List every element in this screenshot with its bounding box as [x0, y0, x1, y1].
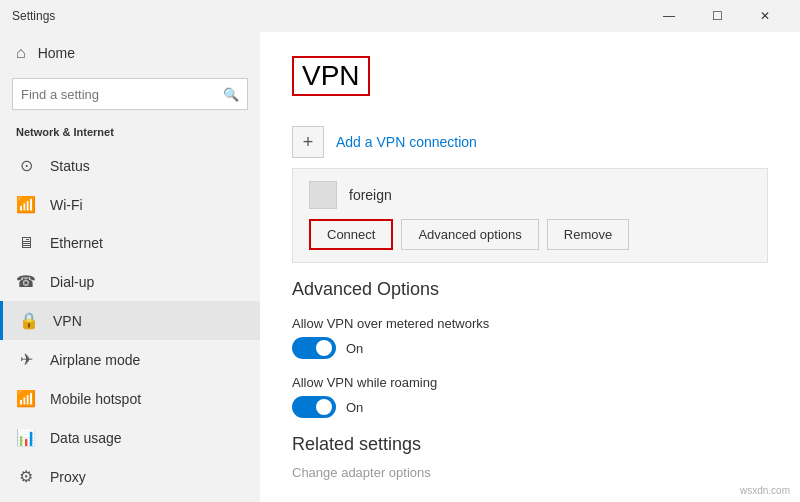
status-icon: ⊙: [16, 156, 36, 175]
sidebar-item-proxy[interactable]: ⚙ Proxy: [0, 457, 260, 496]
sidebar-proxy-label: Proxy: [50, 469, 86, 485]
sidebar-hotspot-label: Mobile hotspot: [50, 391, 141, 407]
minimize-button[interactable]: —: [646, 0, 692, 32]
sidebar-item-hotspot[interactable]: 📶 Mobile hotspot: [0, 379, 260, 418]
option-metered: Allow VPN over metered networks On: [292, 316, 768, 359]
advanced-options-title: Advanced Options: [292, 279, 768, 300]
sidebar-item-wifi[interactable]: 📶 Wi-Fi: [0, 185, 260, 224]
vpn-connection-name: foreign: [349, 187, 392, 203]
airplane-icon: ✈: [16, 350, 36, 369]
sidebar-item-status[interactable]: ⊙ Status: [0, 146, 260, 185]
sidebar-dialup-label: Dial-up: [50, 274, 94, 290]
option-roaming-label: Allow VPN while roaming: [292, 375, 768, 390]
sidebar-item-home[interactable]: ⌂ Home: [0, 32, 260, 74]
close-button[interactable]: ✕: [742, 0, 788, 32]
option-roaming: Allow VPN while roaming On: [292, 375, 768, 418]
sidebar-wifi-label: Wi-Fi: [50, 197, 83, 213]
search-box[interactable]: 🔍: [12, 78, 248, 110]
titlebar: Settings — ☐ ✕: [0, 0, 800, 32]
proxy-icon: ⚙: [16, 467, 36, 486]
sidebar-status-label: Status: [50, 158, 90, 174]
ethernet-icon: 🖥: [16, 234, 36, 252]
home-label: Home: [38, 45, 75, 61]
add-vpn-button[interactable]: + Add a VPN connection: [292, 116, 768, 168]
vpn-icon: 🔒: [19, 311, 39, 330]
app-title: Settings: [12, 9, 55, 23]
advanced-options-button[interactable]: Advanced options: [401, 219, 538, 250]
toggle-roaming[interactable]: [292, 396, 336, 418]
related-settings-title: Related settings: [292, 434, 768, 455]
toggle-metered-row: On: [292, 337, 768, 359]
vpn-card-buttons: Connect Advanced options Remove: [309, 219, 751, 250]
toggle-metered[interactable]: [292, 337, 336, 359]
sidebar-item-data[interactable]: 📊 Data usage: [0, 418, 260, 457]
change-adapter-link: Change adapter options: [292, 465, 768, 480]
page-title: VPN: [292, 56, 370, 96]
hotspot-icon: 📶: [16, 389, 36, 408]
sidebar-item-dialup[interactable]: ☎ Dial-up: [0, 262, 260, 301]
sidebar-item-airplane[interactable]: ✈ Airplane mode: [0, 340, 260, 379]
sidebar-data-label: Data usage: [50, 430, 122, 446]
app-body: ⌂ Home 🔍 Network & Internet ⊙ Status 📶 W…: [0, 32, 800, 502]
window-controls: — ☐ ✕: [646, 0, 788, 32]
data-icon: 📊: [16, 428, 36, 447]
sidebar-ethernet-label: Ethernet: [50, 235, 103, 251]
content-area: VPN + Add a VPN connection foreign Conne…: [260, 32, 800, 502]
home-icon: ⌂: [16, 44, 26, 62]
sidebar-item-ethernet[interactable]: 🖥 Ethernet: [0, 224, 260, 262]
maximize-button[interactable]: ☐: [694, 0, 740, 32]
add-vpn-label: Add a VPN connection: [336, 134, 477, 150]
sidebar-vpn-label: VPN: [53, 313, 82, 329]
option-metered-label: Allow VPN over metered networks: [292, 316, 768, 331]
sidebar-section-title: Network & Internet: [0, 122, 260, 146]
sidebar-airplane-label: Airplane mode: [50, 352, 140, 368]
connect-button[interactable]: Connect: [309, 219, 393, 250]
toggle-metered-state: On: [346, 341, 363, 356]
remove-button[interactable]: Remove: [547, 219, 629, 250]
toggle-roaming-state: On: [346, 400, 363, 415]
sidebar: ⌂ Home 🔍 Network & Internet ⊙ Status 📶 W…: [0, 32, 260, 502]
add-vpn-icon: +: [292, 126, 324, 158]
vpn-card-name: foreign: [309, 181, 751, 209]
search-icon: 🔍: [223, 87, 239, 102]
search-input[interactable]: [21, 87, 223, 102]
wifi-icon: 📶: [16, 195, 36, 214]
toggle-roaming-row: On: [292, 396, 768, 418]
watermark: wsxdn.com: [740, 485, 790, 496]
sidebar-item-vpn[interactable]: 🔒 VPN: [0, 301, 260, 340]
dialup-icon: ☎: [16, 272, 36, 291]
vpn-card: foreign Connect Advanced options Remove: [292, 168, 768, 263]
vpn-connection-icon: [309, 181, 337, 209]
